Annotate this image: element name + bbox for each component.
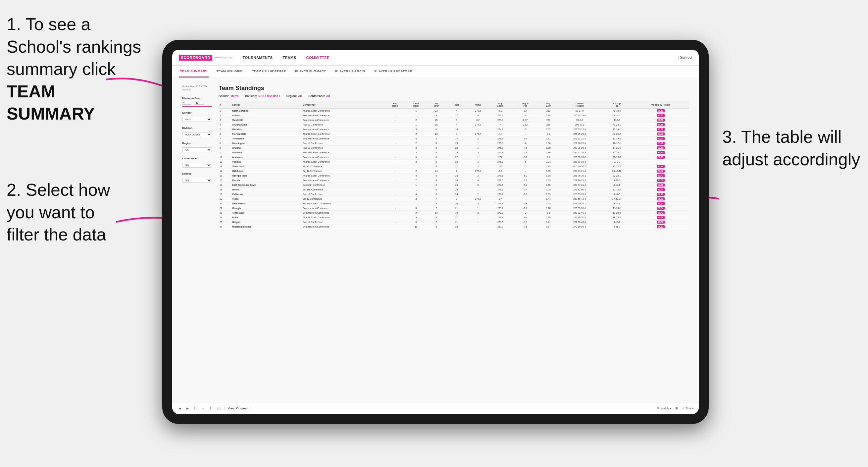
filter-gender-select[interactable]: Men's Women's: [182, 117, 212, 122]
instruction-3: 3. The table will adjust accordingly: [722, 126, 861, 170]
filter-region-select[interactable]: N/A: [182, 147, 212, 152]
cell-no-tour: 8: [427, 141, 446, 146]
cell-school: Duke: [231, 215, 302, 220]
cell-reg-rank: -: [384, 215, 406, 220]
instruction-2-text2: you want to: [7, 203, 95, 222]
cell-school: Ole Miss: [231, 127, 302, 132]
cell-pts: 83.27: [632, 127, 689, 132]
range-slider[interactable]: [182, 106, 212, 107]
toolbar-watch[interactable]: 👁 Watch ▾: [657, 407, 671, 410]
filter-min-rounds-label: Minimum Rou...: [182, 97, 212, 100]
filter-pill-region: Region: All: [286, 94, 302, 98]
tab-team-h2h-grid[interactable]: TEAM H2H GRID: [215, 66, 244, 77]
toolbar-share-btn[interactable]: ↗ Share: [682, 407, 693, 410]
tab-player-h2h-grid[interactable]: PLAYER H2H GRID: [334, 66, 366, 77]
filter-division-select[interactable]: NCAA Division I NCAA Division II NCAA Di…: [182, 132, 212, 137]
nav-link-tournaments[interactable]: TOURNAMENTS: [243, 56, 273, 60]
cell-adj: 273.6: [489, 113, 512, 118]
cell-overall: 95-6-0: [558, 118, 601, 123]
toolbar-back[interactable]: ◀: [178, 406, 183, 411]
cell-vs25: 17-9-0: [601, 160, 632, 164]
cell-conf: Big Ten Conference: [302, 187, 384, 192]
cell-avglow: 1.21: [539, 220, 558, 224]
cell-avglow: 2.88: [539, 113, 558, 118]
cell-rnds: 7: [446, 197, 467, 201]
filter-school-select[interactable]: (All): [182, 178, 212, 183]
cell-wins: 4: [467, 178, 489, 183]
cell-rnds: 24: [446, 192, 467, 197]
filter-max-input[interactable]: [195, 101, 204, 105]
tab-team-h2h-heatmap[interactable]: TEAM H2H HEATMAP: [251, 66, 287, 77]
standings-table: # School Conference RegRank ConfRank NoT…: [219, 101, 689, 229]
cell-avgpar: -1.4: [512, 187, 539, 192]
cell-conf: Southeastern Conference: [302, 211, 384, 215]
filter-pill-conference: Conference: All: [308, 94, 330, 98]
cell-conf: Pac-12 Conference: [302, 146, 384, 150]
logo-area: SCOREBOARD Powered by clippd: [179, 55, 233, 61]
cell-vs25: 12-13-0: [601, 187, 632, 192]
cell-no-tour: 6: [427, 127, 446, 132]
toolbar-grid[interactable]: ⊞: [675, 407, 678, 410]
cell-wins: 1: [467, 160, 489, 164]
cell-avgpar: -5.1: [512, 183, 539, 187]
cell-overall: 221 90-51-2: [558, 215, 601, 220]
filter-conference-select[interactable]: (All): [182, 163, 212, 167]
toolbar-share-toolbar[interactable]: ⬆: [208, 406, 213, 411]
filter-conference-label: Conference: [182, 157, 212, 160]
cell-rank: 20: [219, 197, 231, 201]
cell-reg-rank: -: [384, 127, 406, 132]
nav-signout[interactable]: | Sign out: [678, 56, 692, 59]
cell-rank: 2: [219, 113, 231, 118]
toolbar-refresh[interactable]: ↻: [193, 406, 198, 411]
cell-avgpar: -4.6: [512, 146, 539, 150]
toolbar-home[interactable]: ⌂: [201, 406, 205, 411]
logo-sub: Powered by clippd: [214, 56, 232, 59]
toolbar-clock[interactable]: 🕐: [216, 406, 222, 411]
cell-rnds: 18: [446, 127, 467, 132]
cell-school: California: [231, 192, 302, 197]
cell-avgpar: -9.5: [512, 136, 539, 141]
toolbar-view-original[interactable]: View: Original: [224, 406, 250, 411]
cell-reg-rank: -: [384, 174, 406, 178]
filter-min-input[interactable]: [182, 101, 191, 105]
cell-conf-rank: 1: [406, 164, 427, 169]
nav-link-teams[interactable]: TEAMS: [283, 56, 297, 60]
table-row: 13 Texas Tech Big 12 Conference - 1 9 27…: [219, 164, 689, 169]
nav-link-committee[interactable]: COMMITTEE: [306, 56, 330, 60]
cell-conf-rank: 2: [406, 118, 427, 123]
cell-rank: 10: [219, 150, 231, 155]
cell-pts: 85.02: [632, 178, 689, 183]
tab-player-summary[interactable]: PLAYER SUMMARY: [294, 66, 327, 77]
cell-avgpar: -0.4: [512, 215, 539, 220]
cell-vs25: 9-10-1: [601, 183, 632, 187]
cell-adj: -6.1: [489, 169, 512, 174]
nav-links: TOURNAMENTS TEAMS COMMITTEE: [243, 56, 678, 60]
cell-rank: 15: [219, 174, 231, 178]
cell-reg-rank: -: [384, 224, 406, 229]
tab-team-summary[interactable]: TEAM SUMMARY: [179, 66, 209, 77]
toolbar-forward[interactable]: ▶: [185, 406, 190, 411]
cell-avglow: 1.39: [539, 215, 558, 220]
cell-wins: 1: [467, 141, 489, 146]
instruction-2-text3: filter the data: [7, 225, 106, 244]
filter-pill-division: Division: NCAA Division I: [245, 94, 280, 98]
cell-vs25: 11-28-1: [601, 206, 632, 211]
cell-adj: 276.9: [489, 150, 512, 155]
tab-player-h2h-heatmap[interactable]: PLAYER H2H HEATMAP: [373, 66, 413, 77]
logo: SCOREBOARD: [179, 55, 212, 61]
cell-school: Illinois: [231, 187, 302, 192]
col-no-tour: NoTour: [427, 101, 446, 108]
cell-vs25: 39-6-0: [601, 118, 632, 123]
cell-overall: 268 83-15-0: [558, 160, 601, 164]
cell-rank: 24: [219, 215, 231, 220]
table-row: 16 Florida Southeastern Conference - 7 9…: [219, 178, 689, 183]
col-conf-rank: ConfRank: [406, 101, 427, 108]
cell-pts: 48.58: [632, 220, 689, 224]
filter-conference: Conference (All): [182, 157, 212, 167]
table-body: 1 North Carolina Atlantic Coast Conferen…: [219, 108, 689, 229]
toolbar-right: 👁 Watch ▾ ⊞ ↗ Share: [657, 407, 693, 410]
cell-overall: 270 60-39-2: [558, 224, 601, 229]
cell-pts: 86.91: [632, 197, 689, 201]
cell-wins: 2: [467, 192, 489, 197]
table-row: 18 Illinois Big Ten Conference - 1 8 23 …: [219, 187, 689, 192]
